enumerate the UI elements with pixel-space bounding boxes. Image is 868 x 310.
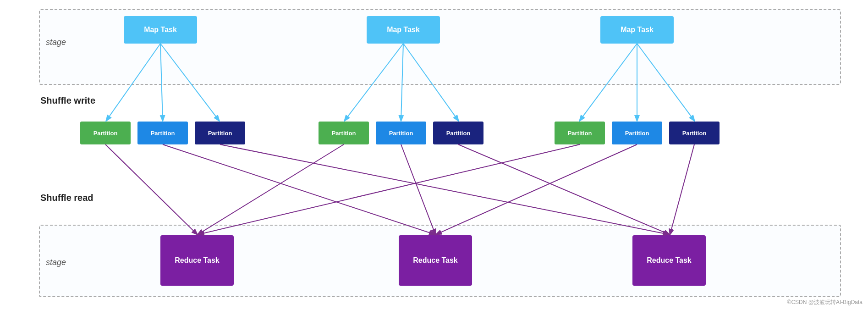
reduce-task-1: Reduce Task [160,235,234,286]
top-stage-label: stage [46,38,66,47]
svg-line-14 [436,144,637,234]
svg-line-12 [163,144,434,234]
diagram-container: stage stage Shuffle write Shuffle read M… [0,0,868,310]
map-task-2: Map Task [367,16,440,44]
svg-line-15 [220,144,668,234]
svg-line-17 [670,144,694,234]
partition-2-3: Partition [433,122,483,144]
svg-line-9 [105,144,197,234]
partition-3-1: Partition [555,122,605,144]
reduce-task-3: Reduce Task [632,235,706,286]
partition-1-1: Partition [80,122,131,144]
shuffle-write-label: Shuffle write [40,95,95,106]
partition-3-2: Partition [612,122,662,144]
bottom-stage-label: stage [46,258,66,267]
svg-line-13 [401,144,435,234]
partition-1-2: Partition [137,122,188,144]
partition-3-3: Partition [669,122,720,144]
partition-2-1: Partition [319,122,369,144]
svg-line-10 [198,144,344,234]
svg-line-11 [199,144,580,234]
map-task-1: Map Task [124,16,197,44]
map-task-3: Map Task [600,16,674,44]
partition-1-3: Partition [195,122,245,144]
shuffle-read-label: Shuffle read [40,193,93,203]
svg-line-16 [458,144,669,234]
partition-2-2: Partition [376,122,426,144]
watermark: ©CSDN @波波玩转AI-BigData [787,299,863,306]
reduce-task-2: Reduce Task [399,235,472,286]
